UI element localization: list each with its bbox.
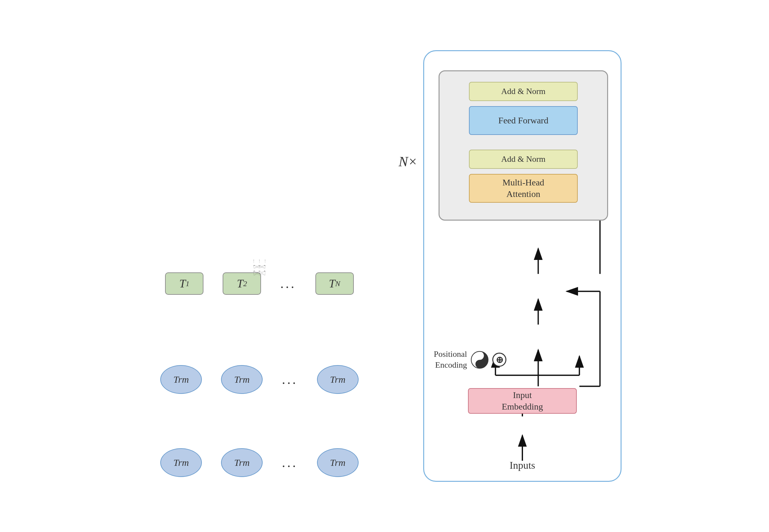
trm-lower-2: Trm xyxy=(221,448,263,477)
add-norm-lower: Add & Norm xyxy=(469,150,578,169)
trm-upper-n: Trm xyxy=(317,365,358,394)
plus-circle: ⊕ xyxy=(492,353,506,367)
yin-yang-icon xyxy=(471,351,489,369)
main-container: T1 T2 ... TN Trm Trm ... Trm Trm Trm ...… xyxy=(33,26,736,506)
dots-2: ... xyxy=(282,372,298,387)
input-embedding: InputEmbedding xyxy=(468,388,577,414)
output-row: T1 T2 ... TN xyxy=(147,272,371,295)
right-diagram: N× Add & Norm Feed Forward Add & Norm Mu… xyxy=(423,50,622,482)
dots-1: ... xyxy=(280,276,296,291)
svg-point-44 xyxy=(478,363,481,365)
left-diagram: T1 T2 ... TN Trm Trm ... Trm Trm Trm ...… xyxy=(147,253,371,279)
svg-line-12 xyxy=(254,265,259,268)
nx-box: Add & Norm Feed Forward Add & Norm Multi… xyxy=(439,70,608,221)
trm-upper-2: Trm xyxy=(221,365,263,394)
output-tn: TN xyxy=(315,272,354,295)
dots-3: ... xyxy=(282,455,298,470)
multi-head-attention: Multi-HeadAttention xyxy=(469,174,578,203)
feed-forward: Feed Forward xyxy=(469,106,578,135)
svg-point-43 xyxy=(478,354,481,357)
positional-encoding-label: PositionalEncoding xyxy=(434,349,467,371)
svg-line-14 xyxy=(260,265,265,268)
output-t1: T1 xyxy=(165,272,203,295)
trm-upper-1: Trm xyxy=(160,365,202,394)
trm-lower-n: Trm xyxy=(317,448,358,477)
trm-lower-1: Trm xyxy=(160,448,202,477)
svg-line-10 xyxy=(254,265,259,268)
output-t2: T2 xyxy=(223,272,261,295)
nx-label: N× xyxy=(399,153,418,170)
svg-line-16 xyxy=(260,265,265,268)
svg-line-11 xyxy=(254,265,264,268)
add-norm-upper: Add & Norm xyxy=(469,82,578,101)
inputs-label: Inputs xyxy=(510,459,535,471)
upper-trm-row: Trm Trm ... Trm xyxy=(147,365,371,394)
svg-line-15 xyxy=(254,265,265,268)
lower-trm-row: Trm Trm ... Trm xyxy=(147,448,371,477)
